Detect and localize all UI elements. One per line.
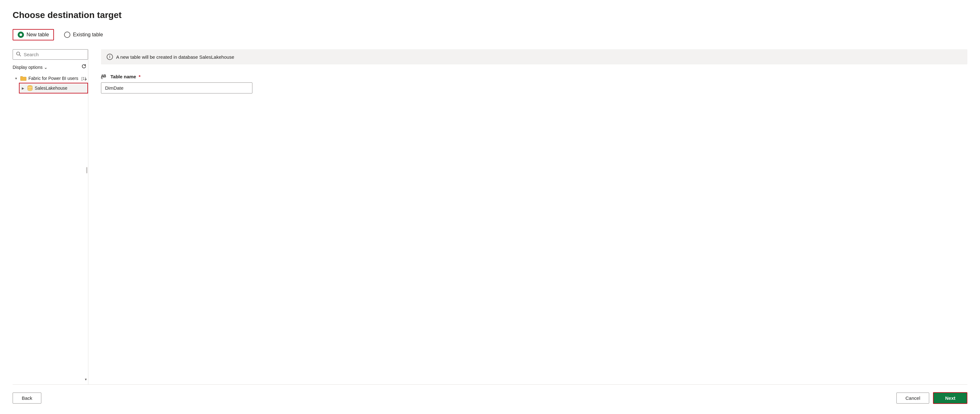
left-panel: Display options ⌄ ▼ Fabric for Power BI …	[13, 49, 88, 384]
display-options-label: Display options	[13, 65, 43, 70]
display-options-row: Display options ⌄	[13, 63, 88, 71]
scroll-up-arrow[interactable]: ▲	[84, 77, 88, 80]
radio-existing-table-label: Existing table	[73, 32, 103, 38]
footer: Back Cancel Next	[13, 384, 967, 404]
back-button[interactable]: Back	[13, 393, 41, 404]
abc-icon: AB C	[101, 73, 108, 80]
info-message: A new table will be created in database …	[116, 54, 234, 60]
required-star: *	[138, 74, 140, 79]
page-title: Choose destination target	[13, 10, 967, 20]
display-options-button[interactable]: Display options ⌄	[13, 64, 48, 70]
lakehouse-chevron: ▶	[21, 86, 25, 90]
search-icon	[16, 51, 21, 58]
radio-group: New table Existing table	[13, 29, 967, 40]
radio-new-table-label: New table	[27, 32, 49, 38]
right-panel: i A new table will be created in databas…	[88, 49, 967, 384]
workspace-item[interactable]: ▼ Fabric for Power BI users [1]	[13, 74, 88, 83]
info-banner: i A new table will be created in databas…	[101, 49, 967, 64]
chevron-down-icon: ⌄	[44, 65, 48, 70]
table-name-label-row: AB C Table name *	[101, 73, 967, 80]
svg-line-1	[19, 55, 21, 56]
info-icon: i	[107, 54, 113, 60]
table-name-label-text: Table name	[110, 74, 136, 79]
radio-existing-table-circle	[64, 32, 70, 38]
lakehouse-item[interactable]: ▶ SalesLakehouse	[19, 83, 88, 93]
right-buttons: Cancel Next	[896, 392, 967, 404]
radio-existing-table[interactable]: Existing table	[64, 32, 103, 38]
search-input[interactable]	[24, 52, 84, 57]
cancel-button[interactable]: Cancel	[896, 393, 929, 404]
search-box[interactable]	[13, 49, 88, 60]
table-name-section: AB C Table name *	[101, 73, 967, 93]
lakehouse-icon	[27, 85, 33, 91]
lakehouse-name: SalesLakehouse	[35, 86, 67, 91]
scroll-down-arrow[interactable]: ▼	[84, 378, 88, 381]
refresh-button[interactable]	[80, 63, 88, 71]
workspace-name: Fabric for Power BI users	[29, 76, 78, 81]
scrollbar[interactable]	[86, 167, 88, 173]
next-button[interactable]: Next	[933, 392, 967, 404]
folder-icon	[20, 75, 27, 81]
tree-container: ▼ Fabric for Power BI users [1] ▶ SalesL…	[13, 74, 88, 384]
radio-new-table[interactable]: New table	[13, 29, 54, 40]
workspace-chevron: ▼	[14, 77, 18, 80]
radio-new-table-circle	[18, 32, 24, 38]
lakehouse-indent: ▶ SalesLakehouse	[19, 83, 88, 93]
main-layout: Display options ⌄ ▼ Fabric for Power BI …	[13, 49, 967, 384]
table-name-input[interactable]	[101, 82, 252, 93]
